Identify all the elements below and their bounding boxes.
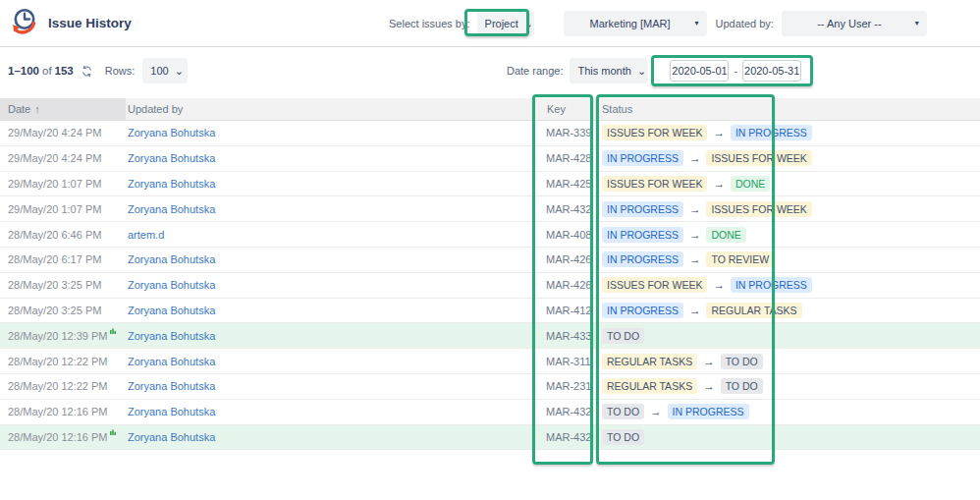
cell-status: IN PROGRESS→DONE <box>593 227 980 243</box>
filter-bar: Select issues by: Project ⌄ Marketing [M… <box>389 0 927 46</box>
user-link[interactable]: Zoryana Bohutska <box>128 152 215 164</box>
user-link[interactable]: Zoryana Bohutska <box>128 330 215 342</box>
user-link[interactable]: Zoryana Bohutska <box>128 279 215 291</box>
select-issues-by-label: Select issues by: <box>389 18 470 29</box>
cell-status: IN PROGRESS→ISSUES FOR WEEK <box>593 201 980 217</box>
user-link[interactable]: Zoryana Bohutska <box>128 203 215 215</box>
cell-date: 29/May/20 1:07 PM <box>0 203 126 215</box>
status-badge: IN PROGRESS <box>602 150 683 166</box>
result-range: 1–100of153 <box>8 65 74 77</box>
cell-key: MAR-428 <box>534 152 593 164</box>
date-from-input[interactable] <box>670 60 729 82</box>
status-badge: TO DO <box>602 429 644 445</box>
cell-date: 28/May/20 3:25 PM <box>0 279 126 291</box>
new-entry-indicator-icon <box>110 425 116 437</box>
chevron-down-icon: ⌄ <box>175 67 184 75</box>
pagination-group: 1–100of153 Rows: 100 ⌄ <box>8 47 188 94</box>
status-badge: ISSUES FOR WEEK <box>602 125 707 140</box>
cell-date: 28/May/20 12:39 PM <box>0 330 126 342</box>
transition-arrow-icon: → <box>713 279 725 291</box>
column-header-status[interactable]: Status <box>593 98 980 120</box>
column-header-date[interactable]: Date ↑ <box>0 98 126 120</box>
user-link[interactable]: Zoryana Bohutska <box>128 406 215 417</box>
history-table: Date ↑ Updated by Key Status 29/May/20 4… <box>0 98 980 450</box>
cell-status: IN PROGRESS→TO REVIEW <box>593 251 980 267</box>
user-link[interactable]: Zoryana Bohutska <box>128 305 215 316</box>
status-badge: IN PROGRESS <box>731 125 812 140</box>
status-badge: DONE <box>731 176 770 192</box>
user-link[interactable]: Zoryana Bohutska <box>128 178 215 190</box>
cell-key: MAR-432 <box>534 431 593 443</box>
status-badge: TO DO <box>721 354 763 369</box>
status-badge: REGULAR TASKS <box>602 354 697 369</box>
issue-history-app: Issue History Select issues by: Project … <box>0 0 980 500</box>
cell-key: MAR-425 <box>534 178 593 190</box>
rows-per-page-dropdown[interactable]: 100 ⌄ <box>142 58 188 83</box>
refresh-icon[interactable] <box>81 65 93 78</box>
issues-by-dropdown[interactable]: Project ⌄ <box>477 11 534 36</box>
table-row: 29/May/20 4:24 PMZoryana BohutskaMAR-428… <box>0 146 980 172</box>
user-link[interactable]: artem.d <box>128 229 164 241</box>
status-badge: IN PROGRESS <box>602 251 683 267</box>
cell-updated-by: Zoryana Bohutska <box>126 330 534 342</box>
cell-status: REGULAR TASKS→TO DO <box>593 378 980 394</box>
status-badge: TO DO <box>602 404 644 419</box>
range-total: 153 <box>55 65 74 77</box>
transition-arrow-icon: → <box>713 178 725 190</box>
cell-updated-by: Zoryana Bohutska <box>126 431 534 443</box>
chevron-down-icon: ⌄ <box>637 67 646 75</box>
cell-key: MAR-433 <box>534 330 593 342</box>
user-link[interactable]: Zoryana Bohutska <box>128 431 215 443</box>
transition-arrow-icon: → <box>689 203 701 215</box>
status-badge: IN PROGRESS <box>668 404 749 419</box>
app-header: Issue History Select issues by: Project … <box>0 0 980 47</box>
cell-date: 28/May/20 12:22 PM <box>0 380 126 392</box>
cell-updated-by: Zoryana Bohutska <box>126 380 534 392</box>
table-header: Date ↑ Updated by Key Status <box>0 98 980 121</box>
cell-updated-by: Zoryana Bohutska <box>126 203 534 215</box>
cell-date: 29/May/20 4:24 PM <box>0 127 126 139</box>
table-body: 29/May/20 4:24 PMZoryana BohutskaMAR-339… <box>0 121 980 450</box>
page-title: Issue History <box>48 16 132 30</box>
table-row: 28/May/20 3:25 PMZoryana BohutskaMAR-412… <box>0 299 980 324</box>
rows-label: Rows: <box>105 65 136 77</box>
cell-date: 28/May/20 12:16 PM <box>0 431 126 443</box>
cell-updated-by: Zoryana Bohutska <box>126 127 534 139</box>
user-link[interactable]: Zoryana Bohutska <box>128 380 215 392</box>
date-range-group: Date range: This month ⌄ - <box>507 47 801 94</box>
date-preset-dropdown[interactable]: This month ⌄ <box>570 58 648 83</box>
status-badge: IN PROGRESS <box>602 303 683 318</box>
table-row: 28/May/20 12:39 PMZoryana BohutskaMAR-43… <box>0 323 980 349</box>
project-dropdown[interactable]: Marketing [MAR] ▾ <box>564 11 707 36</box>
status-badge: ISSUES FOR WEEK <box>706 201 811 217</box>
table-row: 28/May/20 12:22 PMZoryana BohutskaMAR-23… <box>0 374 980 400</box>
cell-key: MAR-432 <box>534 203 593 215</box>
cell-status: IN PROGRESS→ISSUES FOR WEEK <box>593 150 980 166</box>
user-link[interactable]: Zoryana Bohutska <box>128 253 215 265</box>
cell-key: MAR-408 <box>534 229 593 241</box>
cell-updated-by: artem.d <box>126 229 534 241</box>
table-row: 28/May/20 12:22 PMZoryana BohutskaMAR-31… <box>0 349 980 374</box>
cell-updated-by: Zoryana Bohutska <box>126 406 534 417</box>
status-badge: DONE <box>706 227 745 243</box>
date-range-label: Date range: <box>507 65 563 77</box>
transition-arrow-icon: → <box>689 152 701 164</box>
user-dropdown[interactable]: -- Any User -- ▾ <box>782 11 927 36</box>
cell-key: MAR-426 <box>534 279 593 291</box>
table-row: 28/May/20 6:46 PMartem.dMAR-408IN PROGRE… <box>0 222 980 248</box>
cell-key: MAR-231 <box>534 380 593 392</box>
brand: Issue History <box>8 6 132 39</box>
user-link[interactable]: Zoryana Bohutska <box>128 127 215 139</box>
cell-date: 28/May/20 12:22 PM <box>0 356 126 367</box>
column-header-updated-by[interactable]: Updated by <box>126 98 534 120</box>
column-header-key[interactable]: Key <box>534 98 593 120</box>
cell-key: MAR-412 <box>534 305 593 316</box>
user-link[interactable]: Zoryana Bohutska <box>128 356 215 367</box>
cell-status: ISSUES FOR WEEK→IN PROGRESS <box>593 125 980 140</box>
cell-key: MAR-426 <box>534 253 593 265</box>
toolbar: 1–100of153 Rows: 100 ⌄ Date range: This … <box>0 47 980 94</box>
cell-date: 28/May/20 12:16 PM <box>0 406 126 417</box>
table-row: 28/May/20 6:17 PMZoryana BohutskaMAR-426… <box>0 248 980 273</box>
date-to-input[interactable] <box>742 60 801 82</box>
cell-status: IN PROGRESS→REGULAR TASKS <box>593 303 980 318</box>
